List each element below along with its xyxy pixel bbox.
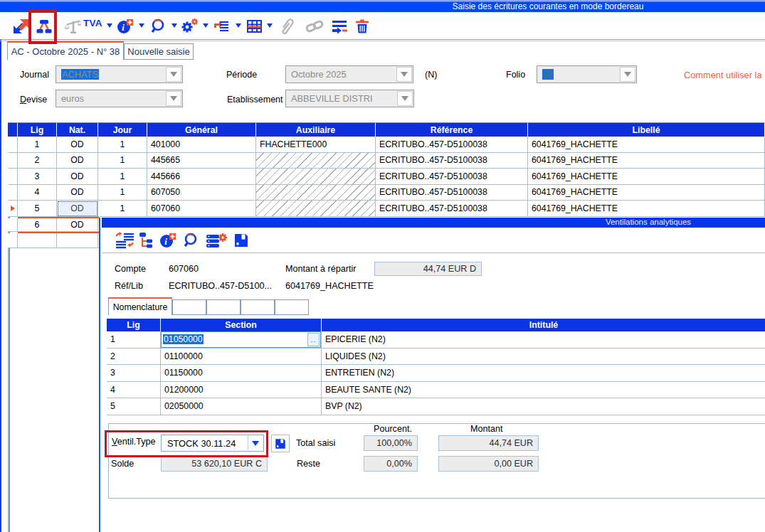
periode-combo[interactable]: Octobre 2025 xyxy=(285,65,413,83)
cell-nat[interactable]: OD xyxy=(57,153,98,169)
browse-button[interactable]: .. xyxy=(307,333,320,346)
cell-reference[interactable]: ECRITUBO..457-D5100038 xyxy=(376,169,528,185)
folio-dropdown-button[interactable] xyxy=(620,67,635,82)
indent-dropdown-icon[interactable] xyxy=(236,23,241,28)
info-plus-icon[interactable]: i xyxy=(159,232,176,251)
cell-section[interactable]: 01150000 xyxy=(161,365,322,382)
tab-empty-1[interactable] xyxy=(172,299,206,315)
cell-libelle[interactable]: 6041769_HACHETTE xyxy=(528,137,765,153)
tab-empty-2[interactable] xyxy=(206,299,241,315)
settings-dropdown-icon[interactable] xyxy=(203,23,209,28)
cell-nat[interactable]: OD xyxy=(57,169,98,185)
header-section[interactable]: Section xyxy=(161,319,322,331)
trash-icon[interactable] xyxy=(354,18,371,35)
tab-new-entry[interactable]: Nouvelle saisie xyxy=(124,43,194,60)
cell-general[interactable]: 445666 xyxy=(147,169,256,185)
header-lig[interactable]: Lig xyxy=(18,123,57,137)
grid-row-1[interactable]: 1 OD 1 401000 FHACHETTE000 ECRITUBO..457… xyxy=(8,137,765,153)
cell-general[interactable]: 401000 xyxy=(147,137,256,153)
save-ventilation-button[interactable] xyxy=(271,435,290,452)
section-edit-field[interactable]: 01050000 .. xyxy=(161,331,321,348)
cell-nat[interactable]: OD xyxy=(57,137,98,153)
header-general[interactable]: Général xyxy=(147,123,256,137)
tva-dropdown-icon[interactable] xyxy=(107,23,112,28)
table-grid-icon[interactable] xyxy=(246,18,263,35)
header-jour[interactable]: Jour xyxy=(98,123,147,137)
cell-intitule[interactable]: BVP (N2) xyxy=(322,398,765,415)
section-row-4[interactable]: 4 01200000 BEAUTE SANTE (N2) xyxy=(107,382,765,399)
tab-nomenclature[interactable]: Nomenclature xyxy=(108,297,172,315)
tva-button[interactable]: TVA xyxy=(83,18,102,28)
cell-general[interactable]: 445665 xyxy=(147,153,256,169)
cell-lig[interactable]: 4 xyxy=(107,382,161,399)
cell-intitule[interactable]: LIQUIDES (N2) xyxy=(322,349,765,366)
exchange-stacks-icon[interactable] xyxy=(115,232,135,251)
devise-dropdown-button[interactable] xyxy=(166,91,181,106)
cell-nat[interactable]: OD xyxy=(57,185,98,201)
gear-icon[interactable] xyxy=(180,18,199,35)
cell-intitule[interactable]: EPICERIE (N2) xyxy=(322,331,765,349)
journal-combo[interactable]: ACHATS xyxy=(56,65,183,83)
help-link[interactable]: Comment utiliser la xyxy=(684,70,762,80)
cell-section[interactable]: 01200000 xyxy=(161,382,322,399)
cell-intitule[interactable]: BEAUTE SANTE (N2) xyxy=(322,382,765,399)
periode-dropdown-button[interactable] xyxy=(396,67,412,82)
cell-reference[interactable]: ECRITUBO..457-D5100038 xyxy=(376,153,528,169)
grid-row-4[interactable]: 4 OD 1 607050 ECRITUBO..457-D5100038 604… xyxy=(8,185,765,201)
cell-nat[interactable]: OD xyxy=(57,218,98,233)
search-dropdown-icon[interactable] xyxy=(172,23,177,28)
indent-list-icon[interactable] xyxy=(213,18,230,35)
cell-nat[interactable] xyxy=(57,233,98,248)
header-auxiliaire[interactable]: Auxiliaire xyxy=(256,123,376,137)
cell-lig[interactable]: 3 xyxy=(18,169,57,185)
cell-general[interactable]: 607060 xyxy=(147,201,256,217)
cell-lig[interactable]: 2 xyxy=(107,349,161,366)
journal-dropdown-button[interactable] xyxy=(166,67,181,82)
cell-nat-focused[interactable]: OD xyxy=(57,201,98,217)
cell-lig[interactable] xyxy=(18,233,57,248)
grid-row-5[interactable]: 5 OD 1 607060 ECRITUBO..457-D5100038 604… xyxy=(8,201,765,217)
cell-lig[interactable]: 1 xyxy=(18,137,57,153)
cell-libelle[interactable]: 6041769_HACHETTE xyxy=(528,201,765,217)
cell-reference[interactable]: ECRITUBO..457-D5100038 xyxy=(376,201,528,217)
cell-jour[interactable]: 1 xyxy=(98,185,147,201)
grid-row-3[interactable]: 3 OD 1 445666 ECRITUBO..457-D5100038 604… xyxy=(8,169,765,185)
section-row-5[interactable]: 5 02050000 BVP (N2) xyxy=(107,398,765,415)
cell-lig[interactable]: 1 xyxy=(107,331,161,349)
cell-jour[interactable]: 1 xyxy=(98,153,147,169)
devise-combo[interactable]: euros xyxy=(56,90,183,107)
cell-lig[interactable]: 3 xyxy=(107,365,161,382)
etablissement-dropdown-button[interactable] xyxy=(397,91,413,106)
cell-general[interactable]: 607050 xyxy=(147,185,256,201)
stack-gear-icon[interactable] xyxy=(206,232,227,251)
header-lig[interactable]: Lig xyxy=(107,319,161,331)
tab-empty-3[interactable] xyxy=(241,299,275,315)
search-icon[interactable] xyxy=(150,18,167,35)
cell-libelle[interactable]: 6041769_HACHETTE xyxy=(528,169,765,185)
cell-section[interactable]: 01100000 xyxy=(161,349,322,366)
header-libelle[interactable]: Libellé xyxy=(528,123,765,137)
cell-lig[interactable]: 6 xyxy=(18,218,57,233)
grid-row-2[interactable]: 2 OD 1 445665 ECRITUBO..457-D5100038 604… xyxy=(8,153,765,169)
cell-jour[interactable]: 1 xyxy=(98,137,147,153)
search-icon[interactable] xyxy=(182,232,199,251)
info-plus-icon[interactable]: i xyxy=(117,18,134,35)
cell-jour[interactable]: 1 xyxy=(98,201,147,217)
cell-intitule[interactable]: ENTRETIEN (N2) xyxy=(322,365,765,382)
cell-reference[interactable]: ECRITUBO..457-D5100038 xyxy=(376,185,528,201)
section-row-3[interactable]: 3 01150000 ENTRETIEN (N2) xyxy=(107,365,765,382)
transfer-lines-icon[interactable] xyxy=(330,18,349,35)
tab-empty-4[interactable] xyxy=(275,299,309,315)
cell-libelle[interactable]: 6041769_HACHETTE xyxy=(528,185,765,201)
header-reference[interactable]: Référence xyxy=(376,123,528,137)
etablissement-combo[interactable]: ABBEVILLE DISTRI xyxy=(285,90,414,107)
cell-section[interactable]: 02050000 xyxy=(161,398,322,415)
cell-libelle[interactable]: 6041769_HACHETTE xyxy=(528,153,765,169)
header-nat[interactable]: Nat. xyxy=(57,123,98,137)
cell-lig[interactable]: 5 xyxy=(107,398,161,415)
section-row-2[interactable]: 2 01100000 LIQUIDES (N2) xyxy=(107,349,765,366)
save-icon[interactable] xyxy=(233,232,250,251)
cell-lig[interactable]: 5 xyxy=(18,201,57,217)
cell-lig[interactable]: 4 xyxy=(18,185,57,201)
cell-jour[interactable]: 1 xyxy=(98,169,147,185)
